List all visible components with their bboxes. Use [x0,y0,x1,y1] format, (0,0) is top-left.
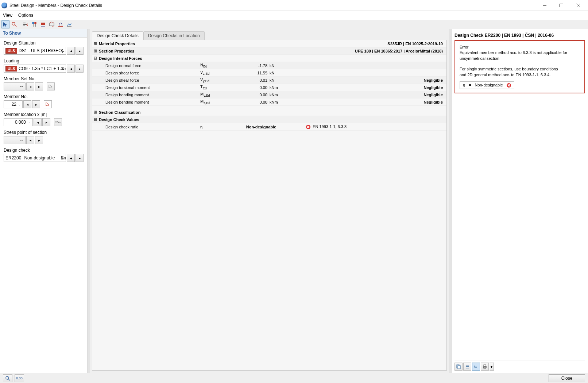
select-member-icon[interactable] [47,82,55,90]
next-button[interactable]: ▸ [35,136,43,144]
cell-unit: kNm [270,100,288,104]
row-section-classification[interactable]: ⊞ Section Classification [92,109,446,116]
field-loading: Loading ULS CO9 - 1.35 * LC1 + 1.35 * LC… [4,58,84,73]
prev-button[interactable]: ◂ [26,82,34,90]
cell-symbol: Vy,Ed [200,77,237,83]
tool-section-icon[interactable] [48,20,56,28]
row-section-properties[interactable]: ⊞ Section Properties UPE 180 | EN 10365:… [92,47,446,55]
tool-pin-icon[interactable] [30,20,38,28]
left-panel-header: To Show [0,29,87,38]
uls-badge: ULS [5,66,17,71]
field-design-situation: Design Situation ULS DS1 - ULS (STR/GEO)… [4,40,84,55]
member-set-value[interactable]: -- [4,82,26,90]
row-force[interactable]: Design shear forceVy,Ed0.01kNNegligible [92,77,446,84]
row-force[interactable]: Design bending momentMz,Ed0.00kNmNegligi… [92,98,446,106]
select-member-icon[interactable] [44,100,52,108]
chevron-down-icon: ⌄ [28,120,31,124]
cell-name: Design shear force [105,78,139,82]
tab-location[interactable]: Design Checks in Location [143,31,205,40]
x-x0-button[interactable]: x/x₀ [54,118,62,126]
print-icon[interactable] [481,363,489,371]
row-force[interactable]: Design bending momentMy,Ed0.00kNmNegligi… [92,91,446,98]
collapse-icon[interactable]: ⊟ [92,56,98,61]
row-force[interactable]: Design shear forceVz,Ed11.55kN [92,69,446,77]
svg-rect-6 [58,26,63,27]
next-button[interactable]: ▸ [42,118,50,126]
tool-stress-icon[interactable] [39,20,47,28]
copy-icon[interactable] [454,363,463,371]
stress-point-value[interactable]: -- [4,136,26,144]
cell-name: Design Internal Forces [99,56,142,61]
row-force[interactable]: Design normal forceNEd-1.78kN [92,62,446,69]
cell-value: -1.78 [237,63,270,68]
design-check-title: Design Check ER2200 | EN 1993 | ČSN | 20… [454,33,585,38]
cell-value: 0.00 [237,93,270,97]
member-no-spinner[interactable]: 22 ⌄ [4,100,23,108]
collapse-icon[interactable]: ⊟ [92,117,98,122]
tool-select-icon[interactable] [1,20,9,28]
row-internal-forces[interactable]: ⊟ Design Internal Forces [92,55,446,62]
cell-name: Design check ratio [105,125,139,129]
error-icon [507,83,511,88]
svg-point-1 [12,22,15,25]
loading-value: CO9 - 1.35 * LC1 + 1.35 * LC2 + ... [19,66,66,71]
maximize-button[interactable] [553,0,570,11]
expand-icon[interactable]: ⊞ [92,49,98,53]
next-button[interactable]: ▸ [76,65,84,73]
precision-icon[interactable]: 0.00 [15,374,24,382]
design-situation-label: Design Situation [4,40,84,46]
expand-icon[interactable]: ⊞ [92,41,98,46]
next-button[interactable]: ▸ [76,47,84,55]
next-button[interactable]: ▸ [76,154,84,162]
cell-symbol: Vz,Ed [200,70,237,76]
left-panel: To Show Design Situation ULS DS1 - ULS (… [0,29,88,373]
chevron-down-icon: ⌄ [61,66,65,71]
design-check-combo[interactable]: ER2200 Non-designable Err... ⌄ [4,154,66,162]
row-design-check-ratio[interactable]: Design check ratio η Non-designable EN 1… [92,123,446,131]
row-material-properties[interactable]: ⊞ Material Properties S235JR | EN 10025-… [92,40,446,47]
search-icon[interactable] [3,374,12,382]
row-design-check-values[interactable]: ⊟ Design Check Values [92,116,446,123]
eta-value: Non-designable [475,82,503,88]
tool-buckling-icon[interactable] [57,20,65,28]
expand-icon[interactable]: ⊞ [92,110,98,115]
window-title: Steel Design - Members - Design Check De… [9,3,536,8]
menu-view[interactable]: View [3,13,12,18]
prev-button[interactable]: ◂ [23,100,31,108]
field-design-check: Design check ER2200 Non-designable Err..… [4,148,84,162]
next-button[interactable]: ▸ [35,82,43,90]
tool-levels-icon[interactable] [22,20,30,28]
member-no-label: Member No. [4,94,84,99]
row-force[interactable]: Design torsional momentTEd0.00kNmNegligi… [92,84,446,91]
list-icon[interactable] [463,363,471,371]
design-situation-value: DS1 - ULS (STR/GEO) - Permane... [19,48,66,53]
app-icon [1,3,7,8]
prev-button[interactable]: ◂ [34,118,42,126]
prev-button[interactable]: ◂ [67,47,75,55]
prev-button[interactable]: ◂ [67,65,75,73]
eta-result: η = Non-designable [460,81,514,89]
close-window-button[interactable] [570,0,587,11]
member-location-spinner[interactable]: 0.000 ⌄ [4,118,33,126]
minimize-button[interactable] [536,0,553,11]
tool-zoom-icon[interactable] [10,20,18,28]
prev-button[interactable]: ◂ [26,136,34,144]
close-button[interactable]: Close [549,374,585,382]
chevron-down-icon: ⌄ [61,155,65,160]
svg-text:f=: f= [474,365,477,369]
design-situation-combo[interactable]: ULS DS1 - ULS (STR/GEO) - Permane... ⌄ [4,47,66,55]
svg-rect-8 [458,365,460,369]
field-member-location: Member location x [m] 0.000 ⌄ ◂ ▸ x/x₀ [4,112,84,126]
prev-button[interactable]: ◂ [67,154,75,162]
loading-combo[interactable]: ULS CO9 - 1.35 * LC1 + 1.35 * LC2 + ... … [4,65,66,73]
tool-diagram-icon[interactable] [65,20,73,28]
menu-options[interactable]: Options [18,13,33,18]
menubar: View Options [0,11,588,20]
next-button[interactable]: ▸ [32,100,40,108]
tab-details[interactable]: Design Check Details [92,31,143,40]
cell-note: Negligible [288,78,446,82]
cell-value: 11.55 [237,71,270,75]
print-dropdown[interactable]: ▾ [490,363,494,371]
formula-icon[interactable]: f= [472,363,480,371]
svg-rect-11 [484,365,486,366]
